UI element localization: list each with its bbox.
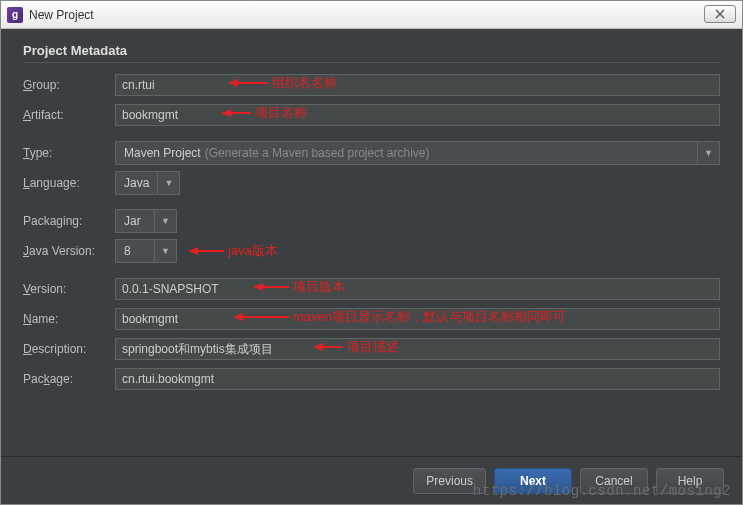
packaging-select[interactable]: Jar ▼ (115, 209, 177, 233)
language-value: Java (124, 176, 149, 190)
previous-button[interactable]: Previous (413, 468, 486, 494)
language-select[interactable]: Java ▼ (115, 171, 180, 195)
label-name: Name: (23, 312, 115, 326)
label-artifact: Artifact: (23, 108, 115, 122)
close-button[interactable] (704, 5, 736, 23)
titlebar: g New Project (1, 1, 742, 29)
version-input[interactable] (115, 278, 720, 300)
label-language: Language: (23, 176, 115, 190)
row-description: Description: 项目描述 (23, 337, 720, 361)
svg-marker-5 (188, 247, 198, 255)
label-version: Version: (23, 282, 115, 296)
artifact-input[interactable] (115, 104, 720, 126)
dialog-window: g New Project Project Metadata Group: 组织… (0, 0, 743, 505)
row-version: Version: 项目版本 (23, 277, 720, 301)
close-icon (715, 9, 725, 19)
java-version-value: 8 (124, 244, 131, 258)
arrow-icon (188, 244, 224, 258)
cancel-button[interactable]: Cancel (580, 468, 648, 494)
help-button[interactable]: Help (656, 468, 724, 494)
row-language: Language: Java ▼ (23, 171, 720, 195)
label-type: Type: (23, 146, 115, 160)
label-description: Description: (23, 342, 115, 356)
footer: Previous Next Cancel Help https://blog.c… (1, 456, 742, 504)
label-java-version: Java Version: (23, 244, 115, 258)
chevron-down-icon: ▼ (157, 172, 179, 194)
row-package: Package: (23, 367, 720, 391)
chevron-down-icon: ▼ (697, 142, 719, 164)
chevron-down-icon: ▼ (154, 240, 176, 262)
chevron-down-icon: ▼ (154, 210, 176, 232)
row-artifact: Artifact: 项目名称 (23, 103, 720, 127)
window-title: New Project (29, 8, 94, 22)
label-package: Package: (23, 372, 115, 386)
annotation-java-version: java版本 (188, 242, 278, 260)
type-hint: (Generate a Maven based project archive) (205, 146, 430, 160)
row-group: Group: 组织名名称 (23, 73, 720, 97)
group-input[interactable] (115, 74, 720, 96)
next-button[interactable]: Next (494, 468, 572, 494)
label-packaging: Packaging: (23, 214, 115, 228)
description-input[interactable] (115, 338, 720, 360)
label-group: Group: (23, 78, 115, 92)
java-version-select[interactable]: 8 ▼ (115, 239, 177, 263)
row-type: Type: Maven Project (Generate a Maven ba… (23, 141, 720, 165)
divider (23, 62, 720, 63)
row-java-version: Java Version: 8 ▼ java版本 (23, 239, 720, 263)
row-packaging: Packaging: Jar ▼ (23, 209, 720, 233)
section-heading: Project Metadata (23, 43, 720, 58)
package-input[interactable] (115, 368, 720, 390)
packaging-value: Jar (124, 214, 141, 228)
name-input[interactable] (115, 308, 720, 330)
row-name: Name: maven项目显示名称，默认与项目名称相同即可 (23, 307, 720, 331)
content-panel: Project Metadata Group: 组织名名称 Artifact: … (1, 29, 742, 456)
type-select[interactable]: Maven Project (Generate a Maven based pr… (115, 141, 720, 165)
app-icon: g (7, 7, 23, 23)
type-value: Maven Project (124, 146, 201, 160)
